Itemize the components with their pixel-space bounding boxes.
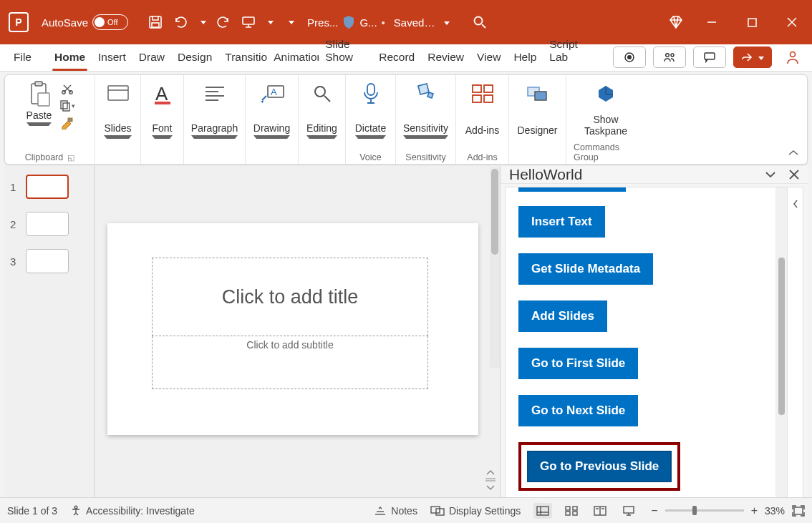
tab-slideshow[interactable]: Slide Show	[319, 32, 372, 71]
cut-icon[interactable]	[59, 82, 75, 95]
group-font[interactable]: A Font	[141, 75, 184, 164]
thumb-1[interactable]: 1	[10, 175, 88, 199]
drawing-label: Drawing	[253, 122, 290, 139]
maximize-button[interactable]	[732, 0, 772, 44]
undo-dropdown[interactable]	[198, 14, 206, 31]
tab-file[interactable]: File	[7, 45, 38, 71]
display-settings-button[interactable]: Display Settings	[430, 505, 521, 517]
slideshow-view-icon[interactable]	[619, 503, 638, 519]
taskpane-header: HelloWorld	[501, 166, 808, 184]
tab-help[interactable]: Help	[507, 45, 543, 71]
taskpane-collapse-icon[interactable]	[787, 187, 803, 501]
tab-insert[interactable]: Insert	[92, 45, 132, 71]
tab-review[interactable]: Review	[421, 45, 470, 71]
taskpane-scrollbar[interactable]	[775, 187, 787, 501]
group-commands[interactable]: Show Taskpane Commands Group	[566, 75, 645, 164]
designer-label: Designer	[517, 124, 557, 136]
thumb-2[interactable]: 2	[10, 212, 88, 236]
font-label: Font	[152, 122, 172, 139]
undo-icon[interactable]	[173, 14, 190, 31]
clipboard-launcher[interactable]: ◱	[67, 153, 74, 162]
save-icon[interactable]	[147, 14, 164, 31]
svg-rect-52	[566, 507, 570, 510]
btn-goto-first[interactable]: Go to First Slide	[518, 348, 638, 379]
present-icon[interactable]	[240, 14, 257, 31]
group-addins[interactable]: Add-ins Add-ins	[456, 75, 509, 164]
taskpane-partial-button[interactable]	[518, 187, 626, 192]
ribbon-tabs: File Home Insert Draw Design Transitions…	[0, 44, 812, 72]
group-paragraph[interactable]: Paragraph	[184, 75, 246, 164]
btn-goto-next[interactable]: Go to Next Slide	[518, 395, 638, 426]
qat-customize[interactable]	[284, 14, 296, 31]
title-placeholder[interactable]: Click to add title	[152, 258, 428, 336]
close-button[interactable]	[772, 0, 812, 44]
svg-point-44	[74, 506, 77, 509]
btn-add-slides[interactable]: Add Slides	[518, 300, 607, 332]
svg-text:A: A	[271, 87, 277, 97]
group-designer[interactable]: Designer	[509, 75, 566, 164]
group-editing[interactable]: Editing	[299, 75, 346, 164]
thumb-3[interactable]: 3	[10, 249, 88, 273]
subtitle-placeholder[interactable]: Click to add subtitle	[152, 336, 428, 389]
taskpane-menu-icon[interactable]	[765, 170, 776, 179]
svg-rect-19	[63, 103, 69, 111]
tab-home[interactable]: Home	[48, 45, 92, 71]
svg-point-10	[666, 54, 670, 57]
comments-pill[interactable]	[693, 47, 726, 68]
record-pill[interactable]	[613, 47, 646, 68]
btn-goto-previous[interactable]: Go to Previous Slide	[527, 451, 672, 482]
tab-design[interactable]: Design	[171, 45, 218, 71]
copy-icon[interactable]: ▾	[59, 99, 75, 112]
profile-icon[interactable]	[783, 48, 802, 67]
zoom-in-button[interactable]: +	[751, 504, 758, 517]
group-voice[interactable]: Dictate Voice	[346, 75, 396, 164]
doc-name[interactable]: Pres...	[307, 16, 338, 29]
reading-view-icon[interactable]	[591, 503, 609, 519]
slide-counter[interactable]: Slide 1 of 3	[7, 505, 57, 517]
btn-get-metadata[interactable]: Get Slide Metadata	[518, 253, 653, 285]
tab-view[interactable]: View	[470, 45, 507, 71]
zoom-level[interactable]: 33%	[765, 505, 785, 517]
zoom-slider[interactable]	[665, 509, 744, 512]
sorter-view-icon[interactable]	[562, 503, 581, 519]
btn-insert-text[interactable]: Insert Text	[518, 206, 605, 238]
teams-pill[interactable]	[653, 47, 686, 68]
saved-dropdown[interactable]	[441, 16, 450, 29]
editor-scrollbar[interactable]	[490, 167, 500, 368]
group-drawing[interactable]: A Drawing	[246, 75, 299, 164]
search-icon[interactable]	[471, 14, 488, 31]
notes-button[interactable]: Notes	[374, 505, 417, 517]
saved-status[interactable]: Saved to t...	[394, 16, 437, 29]
tab-animations[interactable]: Animations	[267, 45, 319, 71]
slide-canvas[interactable]: Click to add title Click to add subtitle	[107, 223, 478, 435]
format-painter-icon[interactable]	[59, 117, 75, 129]
premium-icon[interactable]	[667, 14, 685, 31]
svg-rect-54	[566, 512, 570, 515]
present-dropdown[interactable]	[266, 14, 273, 31]
minimize-button[interactable]	[692, 0, 732, 44]
ribbon-body: Paste ▾ Clipboard◱ Slides A Font Paragra…	[4, 74, 808, 165]
accessibility-status[interactable]: Accessibility: Investigate	[70, 505, 195, 517]
slide-editor[interactable]: Click to add title Click to add subtitle	[95, 166, 500, 497]
svg-rect-55	[573, 512, 577, 515]
redo-icon[interactable]	[214, 14, 231, 31]
normal-view-icon[interactable]	[533, 503, 552, 519]
share-button[interactable]	[733, 47, 772, 68]
tab-transitions[interactable]: Transitions	[218, 45, 267, 71]
show-taskpane-label: Show Taskpane	[584, 114, 627, 137]
paste-button[interactable]: Paste	[25, 79, 54, 126]
svg-rect-16	[38, 93, 49, 106]
ribbon-collapse-icon[interactable]	[787, 148, 800, 158]
group-slides[interactable]: Slides	[95, 75, 141, 164]
tab-scriptlab[interactable]: Script Lab	[543, 32, 599, 71]
tab-draw[interactable]: Draw	[132, 45, 171, 71]
fit-window-icon[interactable]	[792, 505, 805, 517]
autosave-toggle[interactable]: Off	[92, 14, 128, 30]
group-sensitivity[interactable]: Sensitivity Sensitivity	[396, 75, 456, 164]
taskpane-close-icon[interactable]	[789, 170, 799, 180]
shield-icon[interactable]	[342, 15, 355, 29]
zoom-out-button[interactable]: −	[651, 504, 657, 517]
slide-nav-arrows[interactable]	[481, 469, 500, 492]
svg-rect-15	[35, 82, 42, 86]
tab-record[interactable]: Record	[372, 45, 421, 71]
